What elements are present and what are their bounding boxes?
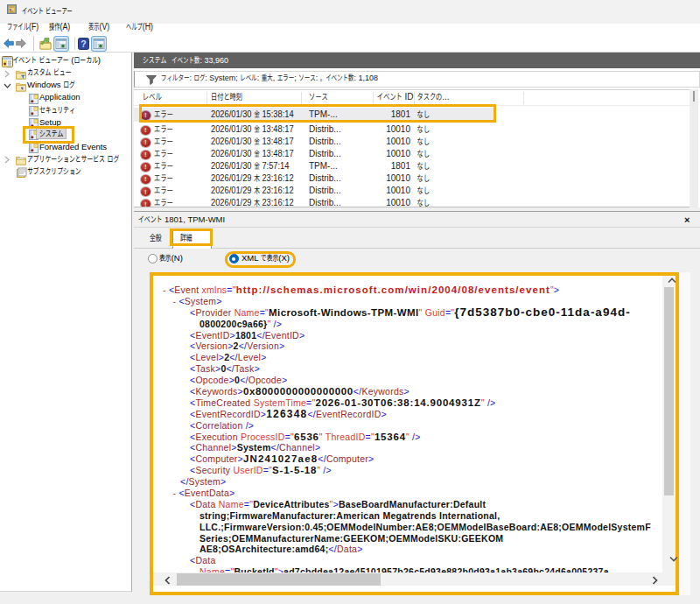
- svg-text:?: ?: [80, 39, 86, 49]
